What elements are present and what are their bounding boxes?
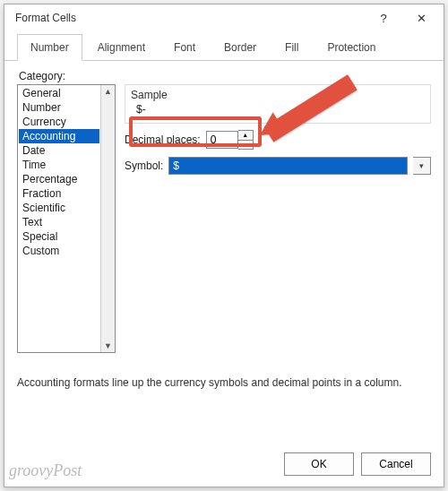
category-accounting[interactable]: Accounting (19, 129, 99, 143)
symbol-select[interactable]: $ (168, 157, 408, 175)
category-date[interactable]: Date (19, 143, 99, 158)
tab-fill[interactable]: Fill (271, 34, 312, 61)
tab-strip: Number Alignment Font Border Fill Protec… (4, 33, 444, 61)
decimal-spinner: ▲ ▼ (238, 130, 254, 150)
category-label: Category: (19, 70, 431, 82)
sample-value: $- (131, 103, 425, 116)
description-text: Accounting formats line up the currency … (17, 376, 402, 389)
category-time[interactable]: Time (19, 158, 99, 172)
symbol-label: Symbol: (125, 159, 163, 172)
help-button[interactable]: ? (365, 4, 402, 31)
right-panel: Sample $- Decimal places: ▲ ▼ Symbol: (125, 84, 431, 353)
spinner-up-icon[interactable]: ▲ (238, 131, 253, 140)
category-text[interactable]: Text (19, 215, 99, 229)
tab-protection[interactable]: Protection (314, 34, 389, 61)
category-fraction[interactable]: Fraction (19, 186, 99, 201)
sample-label: Sample (131, 89, 425, 101)
format-cells-dialog: Format Cells ? ✕ Number Alignment Font B… (4, 4, 444, 487)
content-area: Category: General Number Currency Accoun… (4, 61, 444, 353)
window-title: Format Cells (15, 12, 365, 24)
category-general[interactable]: General (19, 86, 99, 100)
category-list[interactable]: General Number Currency Accounting Date … (18, 85, 100, 352)
category-custom[interactable]: Custom (19, 244, 99, 258)
scroll-down-icon[interactable]: ▼ (104, 340, 112, 352)
symbol-row: Symbol: $ ▾ (125, 157, 431, 175)
tab-font[interactable]: Font (160, 34, 209, 61)
decimal-label: Decimal places: (125, 134, 201, 146)
main-row: General Number Currency Accounting Date … (17, 84, 431, 353)
symbol-value: $ (173, 159, 179, 172)
decimal-input-group: ▲ ▼ (206, 130, 254, 150)
decimal-row: Decimal places: ▲ ▼ (125, 130, 431, 150)
sample-box: Sample $- (125, 84, 431, 124)
symbol-dropdown-icon[interactable]: ▾ (413, 157, 431, 175)
category-currency[interactable]: Currency (19, 115, 99, 129)
category-special[interactable]: Special (19, 229, 99, 244)
button-bar: OK Cancel (284, 452, 431, 476)
category-box: General Number Currency Accounting Date … (17, 84, 116, 353)
category-scientific[interactable]: Scientific (19, 201, 99, 215)
ok-button[interactable]: OK (284, 452, 354, 476)
chevron-down-icon: ▾ (419, 161, 424, 170)
watermark: groovyPost (9, 461, 82, 480)
tab-alignment[interactable]: Alignment (84, 34, 159, 61)
scroll-up-icon[interactable]: ▲ (104, 85, 112, 98)
titlebar: Format Cells ? ✕ (4, 4, 444, 31)
category-percentage[interactable]: Percentage (19, 172, 99, 186)
tab-number[interactable]: Number (17, 34, 82, 61)
tab-border[interactable]: Border (211, 34, 270, 61)
category-scrollbar[interactable]: ▲ ▼ (100, 85, 115, 352)
decimal-input[interactable] (206, 131, 238, 149)
close-button[interactable]: ✕ (402, 4, 440, 31)
category-number[interactable]: Number (19, 100, 99, 115)
cancel-button[interactable]: Cancel (361, 452, 431, 476)
spinner-down-icon[interactable]: ▼ (238, 140, 253, 149)
